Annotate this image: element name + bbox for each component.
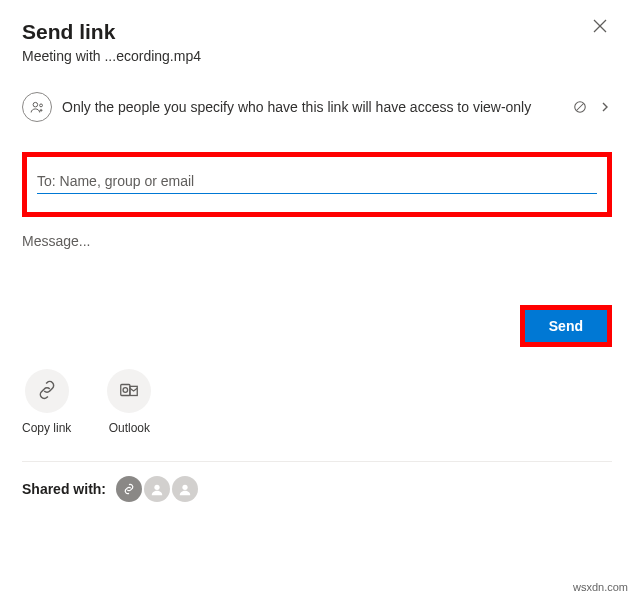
to-input[interactable] [37, 171, 597, 194]
shared-avatars[interactable] [116, 476, 198, 502]
copy-link-action[interactable]: Copy link [22, 369, 71, 435]
close-button[interactable] [586, 14, 614, 42]
svg-point-12 [182, 485, 187, 490]
outlook-label: Outlook [109, 421, 150, 435]
close-icon [593, 19, 607, 37]
people-icon [22, 92, 52, 122]
link-scope-text: Only the people you specify who have thi… [62, 99, 562, 115]
svg-rect-8 [121, 384, 130, 395]
divider [22, 461, 612, 462]
dialog-header: Send link Meeting with ...ecording.mp4 [22, 20, 612, 64]
send-button-highlight: Send [520, 305, 612, 347]
shared-link-avatar[interactable] [116, 476, 142, 502]
send-button[interactable]: Send [525, 310, 607, 342]
shared-with-row: Shared with: [22, 476, 612, 518]
outlook-icon [118, 379, 140, 404]
to-field-highlight [22, 152, 612, 217]
message-input[interactable] [22, 225, 612, 257]
svg-point-9 [123, 387, 128, 392]
svg-point-3 [39, 103, 42, 106]
view-only-icon [572, 99, 588, 115]
svg-line-7 [577, 104, 584, 111]
shared-person-avatar[interactable] [172, 476, 198, 502]
svg-point-11 [154, 485, 159, 490]
shared-with-label: Shared with: [22, 481, 106, 497]
link-icon [36, 379, 58, 404]
link-scope-selector[interactable]: Only the people you specify who have thi… [22, 92, 612, 122]
copy-link-label: Copy link [22, 421, 71, 435]
svg-point-2 [33, 102, 38, 107]
outlook-action[interactable]: Outlook [107, 369, 151, 435]
shared-person-avatar[interactable] [144, 476, 170, 502]
watermark: wsxdn.com [573, 581, 628, 593]
file-name: Meeting with ...ecording.mp4 [22, 48, 612, 64]
dialog-title: Send link [22, 20, 612, 44]
chevron-right-icon [598, 100, 612, 114]
